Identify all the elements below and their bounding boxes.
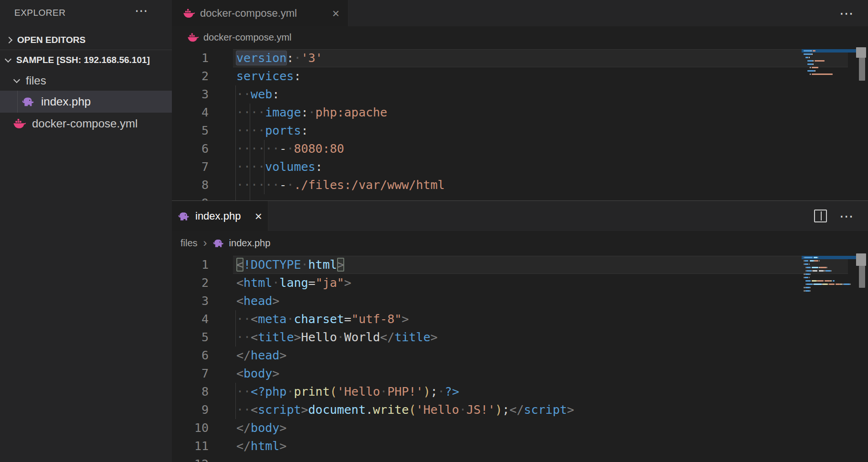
code-token: ·: [308, 105, 316, 119]
sidebar-item-files-folder[interactable]: files: [0, 71, 172, 91]
code-token: -: [279, 178, 286, 192]
minimap-line: [802, 279, 856, 283]
docker-file-icon: [13, 117, 26, 130]
minimap-line: [802, 59, 856, 63]
code-token: <: [251, 403, 258, 417]
code-token: body: [243, 367, 272, 380]
line-number: 8: [180, 176, 209, 194]
code-token: >: [272, 367, 279, 380]
code-token: <: [251, 330, 258, 344]
code-token: ··: [236, 403, 251, 417]
code-token: </: [236, 421, 251, 435]
code-line[interactable]: ····ports:: [236, 122, 445, 140]
code-token: !DOCTYPE: [243, 258, 301, 272]
sidebar-item-docker-compose[interactable]: docker-compose.yml: [0, 113, 172, 135]
minimap-line: [802, 256, 856, 259]
scrollbar-thumb[interactable]: [856, 47, 866, 58]
code-token: ?>: [445, 385, 459, 399]
minimap-line: [802, 289, 856, 293]
code-line[interactable]: [236, 455, 574, 462]
code-line[interactable]: ··web:: [236, 85, 445, 104]
minimap-line: [802, 69, 856, 73]
code-token: "utf-8": [351, 312, 402, 326]
line-number: 7: [180, 365, 209, 383]
code-line[interactable]: ··<script>document.write('Hello·JS!');</…: [236, 401, 574, 419]
scrollbar-thumb[interactable]: [859, 58, 865, 81]
code-token: 'Hello: [337, 385, 380, 399]
code-token: script: [258, 403, 301, 417]
code-token: JS!': [466, 403, 495, 417]
code-line[interactable]: version:·'3': [236, 49, 445, 67]
code-token: image: [265, 105, 301, 119]
code-token: :: [272, 87, 279, 101]
code-token: <: [251, 312, 258, 326]
code-token: ·: [286, 178, 294, 192]
code-token: </: [509, 403, 524, 417]
workspace-section[interactable]: SAMPLE [SSH: 192.168.56.101]: [0, 50, 172, 70]
code-line[interactable]: </head>: [236, 346, 574, 365]
minimap[interactable]: [802, 256, 856, 296]
code-token: ·: [459, 403, 466, 417]
code-line[interactable]: services:: [236, 67, 445, 85]
line-number: 5: [180, 328, 209, 346]
code-lines[interactable]: <!DOCTYPE·html><html·lang="ja"><head>··<…: [236, 256, 574, 462]
code-token: >: [344, 276, 351, 290]
line-number: 4: [180, 310, 209, 328]
code-token: -: [279, 142, 286, 156]
code-token: PHP!': [387, 385, 423, 399]
code-token: '3': [301, 51, 322, 65]
code-token: >: [294, 330, 301, 344]
code-token: head: [251, 348, 279, 362]
minimap[interactable]: [802, 49, 856, 79]
code-token: write: [373, 403, 409, 417]
code-line[interactable]: </body>: [236, 419, 574, 437]
code-token: >: [402, 312, 409, 326]
scrollbar-thumb[interactable]: [856, 253, 866, 266]
code-token: >: [337, 258, 344, 272]
line-number: 6: [180, 140, 209, 158]
code-line[interactable]: ··<meta·charset="utf-8">: [236, 310, 574, 328]
code-line[interactable]: <body>: [236, 365, 574, 383]
explorer-more-actions-icon[interactable]: ⋯: [135, 3, 148, 19]
code-line[interactable]: ······-·./files:/var/www/html: [236, 176, 445, 194]
indent-guide: [235, 310, 236, 346]
scrollbar-thumb[interactable]: [859, 266, 865, 288]
code-lines[interactable]: version:·'3'services:··web:····image:·ph…: [236, 49, 445, 200]
minimap-line: [802, 259, 856, 262]
code-line[interactable]: ··<title>Hello·World</title>: [236, 328, 574, 346]
line-number: 11: [180, 437, 209, 455]
code-token: web: [251, 87, 272, 101]
open-editors-section[interactable]: OPEN EDITORS: [0, 31, 172, 50]
line-number: 9: [180, 194, 209, 200]
code-token: =: [308, 276, 316, 290]
editor-group-top: docker-compose.yml × ⋯ docker-compose.ym…: [172, 0, 868, 200]
code-token: ): [495, 403, 502, 417]
minimap-line: [802, 283, 856, 286]
code-line[interactable]: <head>: [236, 292, 574, 310]
code-line[interactable]: ··<?php·print('Hello·PHP!');·?>: [236, 383, 574, 401]
code-line[interactable]: ······-·8080:80: [236, 140, 445, 158]
code-line[interactable]: [236, 194, 445, 200]
code-token: (: [409, 403, 416, 417]
chevron-down-icon: [5, 56, 11, 63]
code-token: >: [301, 403, 308, 417]
code-token: html: [243, 276, 272, 290]
chevron-right-icon: [6, 37, 12, 43]
code-line[interactable]: ····image:·php:apache: [236, 104, 445, 122]
code-token: body: [251, 421, 279, 435]
line-numbers: 123456789101112: [180, 256, 209, 462]
code-line[interactable]: </html>: [236, 437, 574, 455]
code-line[interactable]: <html·lang="ja">: [236, 274, 574, 292]
code-line[interactable]: ····volumes:: [236, 158, 445, 176]
code-token: ······: [236, 142, 279, 156]
code-line[interactable]: <!DOCTYPE·html>: [236, 256, 574, 274]
minimap-line: [802, 76, 856, 79]
sidebar-item-index-php[interactable]: index.php: [0, 91, 172, 113]
code-token: script: [524, 403, 567, 417]
code-token: ports: [265, 124, 301, 137]
code-token: >: [430, 330, 437, 344]
minimap-line: [802, 276, 856, 279]
code-token: World: [344, 330, 380, 344]
line-number: 10: [180, 419, 209, 437]
line-number: 6: [180, 346, 209, 365]
